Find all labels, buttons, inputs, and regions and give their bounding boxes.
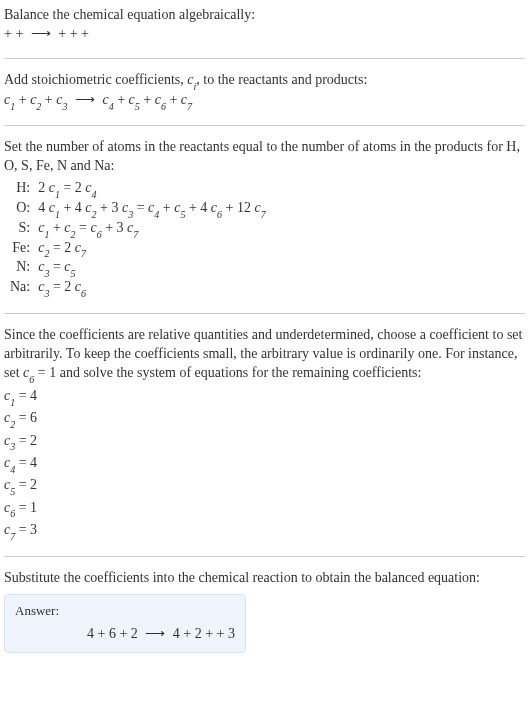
eq: = xyxy=(63,180,74,195)
n: 4 xyxy=(109,101,114,112)
generic-reaction: c1 + c2 + c3 ⟶ c4 + c5 + c6 + c7 xyxy=(4,91,525,111)
n: 5 xyxy=(135,101,140,112)
val: = 4 xyxy=(15,388,37,403)
step-substitute: Substitute the coefficients into the che… xyxy=(4,569,525,653)
atom-balance-table: H: 2 c1 = 2 c4 O: 4 c1 + 4 c2 + 3 c3 = c… xyxy=(6,180,270,299)
n: 4 xyxy=(10,464,15,475)
add-coeff-text: Add stoichiometric coefficients, ci, to … xyxy=(4,71,525,91)
c: c xyxy=(64,259,70,274)
plus: + xyxy=(105,220,116,235)
n: 2 xyxy=(71,229,76,240)
blank-lhs: + + xyxy=(4,26,23,41)
coeff-line: c3 = 2 xyxy=(4,431,525,453)
element-label: O: xyxy=(6,200,34,220)
k: 2 xyxy=(75,180,86,195)
divider xyxy=(4,313,525,314)
val: = 1 xyxy=(15,500,37,515)
n: 5 xyxy=(10,486,15,497)
coeff-line: c1 = 4 xyxy=(4,386,525,408)
c6-n: 6 xyxy=(29,374,34,385)
k: 3 xyxy=(111,200,122,215)
c: c xyxy=(254,200,260,215)
n: 7 xyxy=(187,101,192,112)
c: c xyxy=(90,220,96,235)
k: 12 xyxy=(237,200,255,215)
blank-rhs: + + + xyxy=(58,26,89,41)
element-label: Na: xyxy=(6,279,34,299)
n: 2 xyxy=(92,209,97,220)
n: 7 xyxy=(261,209,266,220)
n: 7 xyxy=(10,531,15,542)
plus: + xyxy=(226,200,237,215)
step-add-coefficients: Add stoichiometric coefficients, ci, to … xyxy=(4,71,525,112)
n: 3 xyxy=(44,288,49,299)
table-row: H: 2 c1 = 2 c4 xyxy=(6,180,270,200)
plus: + xyxy=(117,92,128,107)
plus: + xyxy=(19,92,30,107)
equation: c2 = 2 c7 xyxy=(34,240,269,260)
equation: c3 = 2 c6 xyxy=(34,279,269,299)
plus: + xyxy=(169,92,180,107)
k: 4 xyxy=(38,200,49,215)
n: 5 xyxy=(180,209,185,220)
ci-i: i xyxy=(193,81,196,92)
k: 2 xyxy=(64,279,75,294)
eq: = xyxy=(53,240,64,255)
plus: + xyxy=(45,92,56,107)
coefficient-list: c1 = 4 c2 = 6 c3 = 2 c4 = 4 c5 = 2 c6 = … xyxy=(4,386,525,542)
plus: + xyxy=(63,200,74,215)
equation: 4 c1 + 4 c2 + 3 c3 = c4 + c5 + 4 c6 + 12… xyxy=(34,200,269,220)
divider xyxy=(4,125,525,126)
val: = 2 xyxy=(15,433,37,448)
table-row: N: c3 = c5 xyxy=(6,259,270,279)
eq: = xyxy=(53,259,64,274)
val: = 6 xyxy=(15,410,37,425)
n: 6 xyxy=(10,508,15,519)
c: c xyxy=(64,220,70,235)
element-label: Fe: xyxy=(6,240,34,260)
arrow-icon: ⟶ xyxy=(71,92,99,107)
coeff-line: c5 = 2 xyxy=(4,475,525,497)
eq: = xyxy=(53,279,64,294)
n: 1 xyxy=(55,209,60,220)
c: c xyxy=(49,200,55,215)
txt2: , to the reactants and products: xyxy=(196,72,367,87)
divider xyxy=(4,556,525,557)
table-row: Na: c3 = 2 c6 xyxy=(6,279,270,299)
n: 4 xyxy=(154,209,159,220)
coeff-line: c6 = 1 xyxy=(4,498,525,520)
n: 1 xyxy=(10,101,15,112)
n: 6 xyxy=(97,229,102,240)
val: = 4 xyxy=(15,455,37,470)
answer-label: Answer: xyxy=(15,603,235,619)
c: c xyxy=(129,92,135,107)
n: 7 xyxy=(133,229,138,240)
table-row: Fe: c2 = 2 c7 xyxy=(6,240,270,260)
plus: + xyxy=(53,220,64,235)
k: 2 xyxy=(64,240,75,255)
k: 4 xyxy=(75,200,86,215)
answer-rhs: 4 + 2 + + 3 xyxy=(173,626,235,641)
plus: + xyxy=(100,200,111,215)
n: 7 xyxy=(81,248,86,259)
element-label: S: xyxy=(6,220,34,240)
answer-lhs: 4 + 6 + 2 xyxy=(87,626,141,641)
n: 6 xyxy=(81,288,86,299)
txt2: = 1 and solve the system of equations fo… xyxy=(34,365,421,380)
answer-box: Answer: 4 + 6 + 2 ⟶ 4 + 2 + + 3 xyxy=(4,594,246,653)
equation: 2 c1 = 2 c4 xyxy=(34,180,269,200)
step-solve-coefficients: Since the coefficients are relative quan… xyxy=(4,326,525,542)
n: 6 xyxy=(161,101,166,112)
eq: = xyxy=(79,220,90,235)
element-label: N: xyxy=(6,259,34,279)
val: = 3 xyxy=(15,522,37,537)
table-row: S: c1 + c2 = c6 + 3 c7 xyxy=(6,220,270,240)
divider xyxy=(4,58,525,59)
step-atom-balance: Set the number of atoms in the reactants… xyxy=(4,138,525,299)
blank-reaction: + + ⟶ + + + xyxy=(4,25,525,44)
c: c xyxy=(85,180,91,195)
coeff-line: c2 = 6 xyxy=(4,408,525,430)
n: 6 xyxy=(217,209,222,220)
n: 3 xyxy=(44,268,49,279)
plus: + xyxy=(189,200,200,215)
